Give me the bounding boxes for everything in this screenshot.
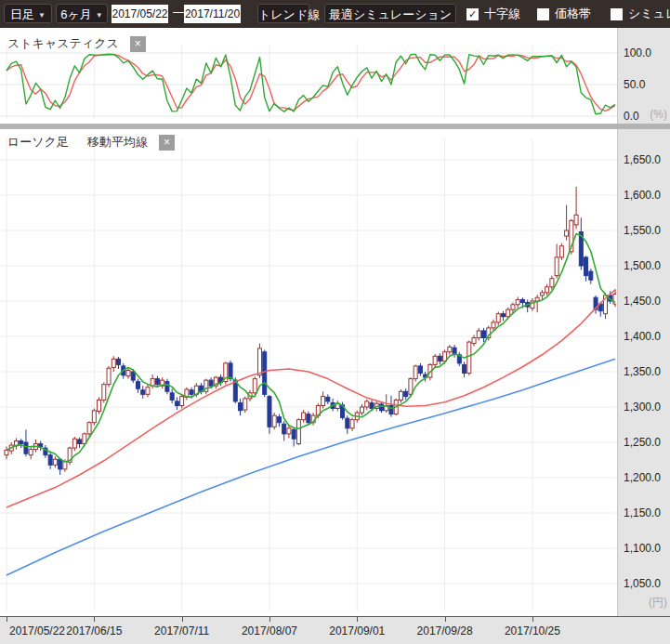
x-axis-tick [182, 617, 183, 622]
y-axis-tick-label: 0.0 [624, 109, 639, 124]
range-dropdown-label: 6ヶ月 [60, 7, 92, 21]
y-axis-tick-label: 1,350.0 [624, 364, 661, 379]
stochastics-panel: ストキャスティクス × (%) 100.050.00.0 [0, 28, 670, 124]
y-axis-tick-label: 1,150.0 [624, 506, 661, 520]
close-icon[interactable]: × [159, 135, 175, 151]
candlestick-plot [0, 129, 616, 616]
close-icon[interactable]: × [130, 36, 146, 52]
x-axis-tick-label: 2017/09/28 [410, 624, 480, 637]
period-dropdown-button[interactable]: 日足▼ [4, 4, 52, 23]
y-axis-tick-label: 1,050.0 [624, 576, 661, 591]
y-axis-tick-label: 1,300.0 [624, 400, 661, 414]
y-axis-tick-label: 1,200.0 [624, 470, 661, 485]
y-axis-tick-label: 1,500.0 [624, 258, 661, 273]
stochastics-y-axis: (%) 100.050.00.0 [617, 28, 670, 124]
y-axis-tick-label: 100.0 [624, 46, 651, 60]
crosshair-checkbox[interactable]: ✓ 十字線 [466, 0, 520, 28]
x-axis-tick-label: 2017/10/25 [497, 624, 568, 637]
y-axis-tick-label: 1,400.0 [624, 329, 661, 344]
y-axis-tick-label: 50.0 [624, 77, 645, 92]
x-axis-tick [7, 617, 7, 622]
checkbox-icon[interactable]: ✓ [466, 8, 479, 20]
stochastics-title: ストキャスティクス [7, 35, 119, 52]
chevron-down-icon: ▼ [38, 11, 46, 20]
toolbar: 日足▼ 6ヶ月▼ — トレンド線 最適シミュレーション ✓ 十字線 価格帯 シミ… [0, 0, 670, 28]
x-axis-tick-label: 2017/07/11 [147, 624, 217, 637]
period-dropdown-label: 日足 [10, 7, 34, 21]
x-axis-tick [269, 617, 270, 622]
x-axis-tick [445, 617, 446, 622]
crosshair-checkbox-label: 十字線 [484, 6, 520, 22]
x-axis-tick [94, 617, 95, 622]
y-axis-tick-label: 1,100.0 [624, 541, 661, 556]
x-axis: 2017/05/222017/06/152017/07/112017/08/07… [0, 616, 670, 644]
date-to-input[interactable] [184, 5, 241, 23]
y-axis-tick-label: 1,450.0 [624, 294, 661, 309]
range-dropdown-button[interactable]: 6ヶ月▼ [56, 4, 108, 23]
trend-line-button[interactable]: トレンド線 [257, 4, 309, 23]
y-axis-tick-label: 1,550.0 [624, 223, 661, 238]
simulation-checkbox-label: シミュレーション [628, 6, 670, 22]
x-axis-tick-label: 2017/09/01 [322, 624, 392, 637]
price-band-checkbox[interactable]: 価格帯 [537, 0, 591, 28]
optimal-simulation-button[interactable]: 最適シミュレーション [324, 4, 456, 23]
moving-average-title: 移動平均線 [87, 134, 148, 151]
date-from-input[interactable] [112, 5, 168, 23]
checkbox-icon[interactable] [537, 8, 549, 20]
x-axis-tick [532, 617, 533, 622]
y-axis-tick-label: 1,250.0 [624, 435, 661, 450]
y-axis-tick-label: 1,650.0 [624, 152, 661, 167]
simulation-checkbox[interactable]: シミュレーション [611, 0, 670, 28]
x-axis-tick-label: 2017/08/07 [234, 624, 305, 637]
percent-unit-label: (%) [650, 108, 667, 121]
price-band-checkbox-label: 価格帯 [555, 6, 591, 22]
candlestick-panel: ローソク足 移動平均線 × (円) 1,650.01,600.01,550.01… [0, 129, 670, 616]
x-axis-tick-label: 2017/06/15 [59, 624, 129, 637]
candlestick-title: ローソク足 [7, 134, 69, 151]
chevron-down-icon: ▼ [96, 11, 103, 20]
y-axis-tick-label: 1,600.0 [624, 188, 661, 203]
x-axis-tick [357, 617, 358, 622]
price-y-axis: (円) 1,650.01,600.01,550.01,500.01,450.01… [617, 129, 670, 616]
checkbox-icon[interactable] [611, 8, 623, 20]
yen-unit-label: (円) [649, 595, 667, 611]
